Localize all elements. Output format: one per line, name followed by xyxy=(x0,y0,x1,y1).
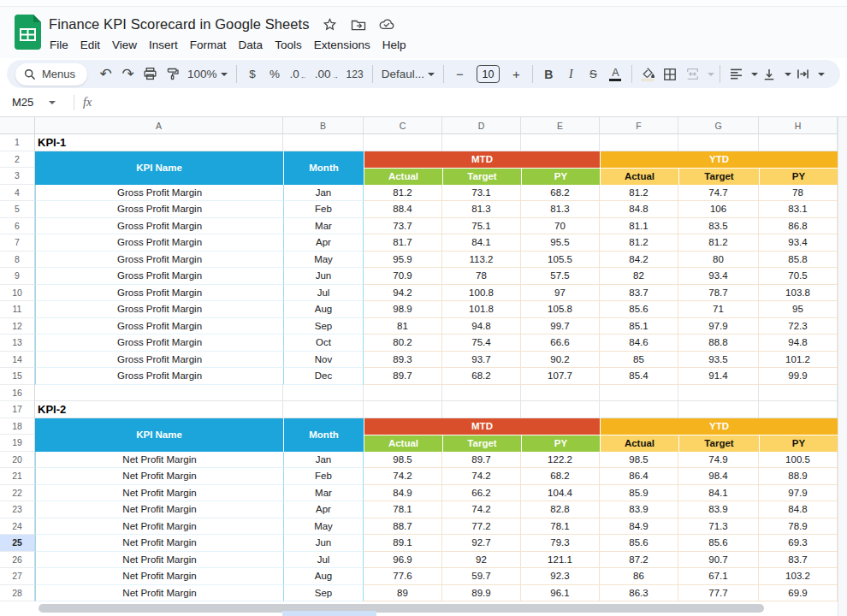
table-cell[interactable]: Aug xyxy=(283,568,364,585)
table-cell[interactable]: 91.4 xyxy=(678,368,759,385)
table-cell[interactable]: 84.1 xyxy=(442,234,521,252)
table-cell[interactable]: 78.7 xyxy=(678,285,759,302)
table-cell[interactable]: 81 xyxy=(364,318,442,335)
table-cell[interactable]: Gross Profit Margin xyxy=(35,234,283,252)
table-cell[interactable]: 103.8 xyxy=(759,285,838,302)
table-cell[interactable]: Mar xyxy=(283,218,364,235)
table-cell[interactable]: 95.5 xyxy=(521,234,600,252)
table-cell[interactable]: 71.3 xyxy=(678,518,759,536)
table-cell[interactable]: 70.9 xyxy=(364,268,442,285)
row-header-5[interactable]: 5 xyxy=(0,201,34,218)
column-header-B[interactable]: B xyxy=(283,117,364,134)
table-cell[interactable]: Jan xyxy=(283,452,364,469)
row-header-24[interactable]: 24 xyxy=(0,518,34,536)
move-folder-icon[interactable] xyxy=(351,17,366,33)
row-header-22[interactable]: 22 xyxy=(0,485,34,502)
table-cell[interactable]: 72.3 xyxy=(759,318,838,335)
table-cell[interactable]: Feb xyxy=(283,468,364,485)
table-cell[interactable]: 105.5 xyxy=(521,252,600,269)
table-cell[interactable]: 105.8 xyxy=(521,301,600,318)
vertical-scrollbar-track[interactable] xyxy=(838,117,847,616)
increase-font-size-button[interactable]: + xyxy=(506,63,527,86)
table-cell[interactable]: 66.6 xyxy=(521,335,600,352)
table-cell[interactable]: Gross Profit Margin xyxy=(35,285,283,302)
row-header-17[interactable]: 17 xyxy=(0,401,34,418)
table-cell[interactable]: 86.4 xyxy=(600,468,678,485)
row-header-18[interactable]: 18 xyxy=(0,418,34,435)
table-cell[interactable]: 78 xyxy=(759,185,838,202)
table-cell[interactable]: 84.8 xyxy=(759,501,838,518)
table-cell[interactable]: Gross Profit Margin xyxy=(35,268,283,285)
row-header-4[interactable]: 4 xyxy=(0,185,34,202)
ytd-header-cell[interactable]: YTD xyxy=(600,151,838,169)
mtd-actual-header[interactable]: Actual xyxy=(364,435,442,452)
table-cell[interactable]: Gross Profit Margin xyxy=(35,318,283,335)
ytd-actual-header[interactable]: Actual xyxy=(600,168,678,185)
table-cell[interactable]: 81.2 xyxy=(600,185,678,202)
table-cell[interactable]: 59.7 xyxy=(442,568,521,585)
table-cell[interactable]: Mar xyxy=(283,485,364,502)
table-cell[interactable]: 83.7 xyxy=(759,552,838,569)
table-cell[interactable]: 69.3 xyxy=(759,535,838,552)
chevron-down-icon[interactable] xyxy=(818,73,825,76)
table-cell[interactable]: 92 xyxy=(442,552,521,569)
table-cell[interactable]: 93.4 xyxy=(678,268,759,285)
table-cell[interactable]: 89 xyxy=(364,585,442,602)
table-cell[interactable]: May xyxy=(283,518,364,536)
mtd-target-header[interactable]: Target xyxy=(442,168,521,185)
ytd-py-header[interactable]: PY xyxy=(759,168,838,185)
table-cell[interactable]: Gross Profit Margin xyxy=(35,185,283,202)
table-cell[interactable]: 89.7 xyxy=(442,452,521,469)
table-cell[interactable]: 98.5 xyxy=(600,452,678,469)
mtd-py-header[interactable]: PY xyxy=(521,435,600,452)
decrease-font-size-button[interactable]: − xyxy=(449,63,471,86)
ytd-header-cell[interactable]: YTD xyxy=(600,418,838,435)
month-header-cell[interactable]: Month xyxy=(283,151,364,185)
table-cell[interactable]: 78 xyxy=(442,268,521,285)
table-cell[interactable]: Jan xyxy=(283,185,364,202)
row-header-9[interactable]: 9 xyxy=(0,268,34,285)
table-cell[interactable]: 87.2 xyxy=(600,552,678,569)
table-cell[interactable]: 100.5 xyxy=(759,452,838,469)
table-cell[interactable]: 78.1 xyxy=(364,501,442,518)
table-cell[interactable]: 75.1 xyxy=(442,218,521,235)
row-header-12[interactable]: 12 xyxy=(0,318,34,335)
table-cell[interactable]: 97.9 xyxy=(759,485,838,502)
text-wrap-button[interactable] xyxy=(792,63,814,86)
table-cell[interactable]: Gross Profit Margin xyxy=(35,352,283,369)
table-cell[interactable]: 90.2 xyxy=(521,352,600,369)
table-cell[interactable]: 88.8 xyxy=(678,335,759,352)
mtd-actual-header[interactable]: Actual xyxy=(364,168,442,185)
fill-color-button[interactable] xyxy=(637,63,659,86)
table-cell[interactable]: 94.2 xyxy=(364,285,442,302)
table-cell[interactable]: 84.9 xyxy=(364,485,442,502)
row-header-6[interactable]: 6 xyxy=(0,218,34,235)
table-cell[interactable]: Nov xyxy=(283,352,364,369)
row-header-11[interactable]: 11 xyxy=(0,301,34,318)
table-cell[interactable]: Dec xyxy=(283,368,364,385)
table-cell[interactable]: 74.2 xyxy=(364,468,442,485)
menu-item-view[interactable]: View xyxy=(106,36,143,54)
mtd-py-header[interactable]: PY xyxy=(521,168,600,185)
table-cell[interactable]: 93.5 xyxy=(678,352,759,369)
select-all-corner[interactable] xyxy=(0,117,35,134)
row-header-20[interactable]: 20 xyxy=(0,452,34,469)
table-cell[interactable]: 85.8 xyxy=(759,252,838,269)
row-header-21[interactable]: 21 xyxy=(0,468,34,485)
table-cell[interactable]: 83.9 xyxy=(600,501,678,518)
table-cell[interactable]: 80.2 xyxy=(364,335,442,352)
decrease-decimal-button[interactable]: .0← xyxy=(287,63,311,86)
table-cell[interactable]: 103.2 xyxy=(759,568,838,585)
bold-button[interactable]: B xyxy=(538,63,560,86)
table-cell[interactable]: Jun xyxy=(283,535,364,552)
row-header-25[interactable]: 25 xyxy=(0,535,34,552)
table-cell[interactable]: 85.1 xyxy=(600,318,678,335)
table-cell[interactable]: 70.5 xyxy=(759,268,838,285)
table-cell[interactable]: Jul xyxy=(283,552,364,569)
table-cell[interactable]: 88.4 xyxy=(364,201,442,218)
row-header-8[interactable]: 8 xyxy=(0,252,34,269)
table-cell[interactable]: Jul xyxy=(283,285,364,302)
table-cell[interactable]: 75.4 xyxy=(442,335,521,352)
font-size-input[interactable]: 10 xyxy=(477,65,500,83)
table-cell[interactable]: 78.1 xyxy=(521,518,600,536)
